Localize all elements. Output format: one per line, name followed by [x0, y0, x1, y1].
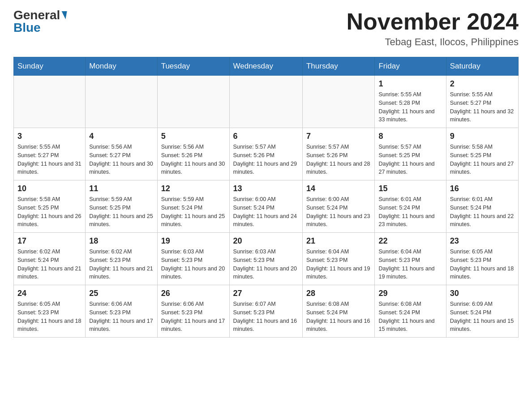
calendar-cell: 29Sunrise: 6:08 AMSunset: 5:24 PMDayligh…: [375, 285, 446, 338]
week-row-5: 24Sunrise: 6:05 AMSunset: 5:23 PMDayligh…: [14, 285, 519, 338]
day-info: Sunrise: 6:00 AMSunset: 5:24 PMDaylight:…: [306, 195, 371, 229]
column-header-thursday: Thursday: [302, 57, 375, 76]
day-number: 9: [450, 132, 515, 141]
logo-blue-text: Blue: [13, 21, 41, 34]
day-number: 8: [378, 132, 442, 141]
calendar-cell: 8Sunrise: 5:57 AMSunset: 5:25 PMDaylight…: [375, 128, 446, 180]
calendar-cell: 5Sunrise: 5:56 AMSunset: 5:26 PMDaylight…: [157, 128, 229, 180]
calendar-cell: 15Sunrise: 6:01 AMSunset: 5:24 PMDayligh…: [375, 180, 446, 233]
day-info: Sunrise: 6:02 AMSunset: 5:24 PMDaylight:…: [17, 248, 82, 281]
day-info: Sunrise: 5:59 AMSunset: 5:24 PMDaylight:…: [161, 195, 226, 229]
day-info: Sunrise: 5:57 AMSunset: 5:26 PMDaylight:…: [233, 143, 299, 176]
calendar-cell: 28Sunrise: 6:08 AMSunset: 5:24 PMDayligh…: [302, 285, 375, 338]
calendar-cell: [229, 76, 302, 128]
calendar-cell: 26Sunrise: 6:06 AMSunset: 5:23 PMDayligh…: [157, 285, 229, 338]
day-number: 12: [161, 184, 226, 193]
title-section: November 2024 Tebag East, Ilocos, Philip…: [347, 9, 519, 48]
day-number: 4: [89, 132, 153, 141]
day-number: 18: [89, 236, 153, 246]
day-number: 15: [378, 184, 442, 193]
calendar-cell: 18Sunrise: 6:02 AMSunset: 5:23 PMDayligh…: [86, 233, 157, 285]
column-header-sunday: Sunday: [14, 57, 86, 76]
logo-general-text: General: [13, 9, 66, 21]
day-info: Sunrise: 5:55 AMSunset: 5:27 PMDaylight:…: [17, 143, 82, 176]
day-number: 13: [233, 184, 299, 193]
calendar-cell: 17Sunrise: 6:02 AMSunset: 5:24 PMDayligh…: [14, 233, 86, 285]
day-info: Sunrise: 6:09 AMSunset: 5:24 PMDaylight:…: [450, 300, 515, 334]
day-number: 27: [233, 289, 299, 298]
day-info: Sunrise: 5:56 AMSunset: 5:26 PMDaylight:…: [161, 143, 226, 176]
calendar-cell: [14, 76, 86, 128]
day-number: 6: [233, 132, 299, 141]
column-header-tuesday: Tuesday: [157, 57, 229, 76]
week-row-3: 10Sunrise: 5:58 AMSunset: 5:25 PMDayligh…: [14, 180, 519, 233]
day-info: Sunrise: 5:55 AMSunset: 5:28 PMDaylight:…: [378, 90, 442, 124]
day-info: Sunrise: 6:01 AMSunset: 5:24 PMDaylight:…: [378, 195, 442, 229]
calendar-cell: 14Sunrise: 6:00 AMSunset: 5:24 PMDayligh…: [302, 180, 375, 233]
day-info: Sunrise: 5:58 AMSunset: 5:25 PMDaylight:…: [450, 143, 515, 176]
day-info: Sunrise: 5:59 AMSunset: 5:25 PMDaylight:…: [89, 195, 153, 229]
calendar-cell: 21Sunrise: 6:04 AMSunset: 5:23 PMDayligh…: [302, 233, 375, 285]
day-number: 16: [450, 184, 515, 193]
location-subtitle: Tebag East, Ilocos, Philippines: [347, 36, 519, 48]
calendar-cell: [86, 76, 157, 128]
day-number: 11: [89, 184, 153, 193]
day-info: Sunrise: 6:06 AMSunset: 5:23 PMDaylight:…: [89, 300, 153, 334]
day-number: 14: [306, 184, 371, 193]
calendar-cell: 16Sunrise: 6:01 AMSunset: 5:24 PMDayligh…: [446, 180, 518, 233]
calendar-cell: 27Sunrise: 6:07 AMSunset: 5:23 PMDayligh…: [229, 285, 302, 338]
calendar-cell: 30Sunrise: 6:09 AMSunset: 5:24 PMDayligh…: [446, 285, 518, 338]
day-info: Sunrise: 6:07 AMSunset: 5:23 PMDaylight:…: [233, 300, 299, 334]
calendar-cell: 25Sunrise: 6:06 AMSunset: 5:23 PMDayligh…: [86, 285, 157, 338]
day-info: Sunrise: 5:56 AMSunset: 5:27 PMDaylight:…: [89, 143, 153, 176]
day-info: Sunrise: 6:01 AMSunset: 5:24 PMDaylight:…: [450, 195, 515, 229]
day-number: 10: [17, 184, 82, 193]
day-number: 28: [306, 289, 371, 298]
day-number: 29: [378, 289, 442, 298]
day-number: 21: [306, 236, 371, 246]
page-header: General Blue November 2024 Tebag East, I…: [13, 9, 519, 48]
calendar-cell: 13Sunrise: 6:00 AMSunset: 5:24 PMDayligh…: [229, 180, 302, 233]
week-row-4: 17Sunrise: 6:02 AMSunset: 5:24 PMDayligh…: [14, 233, 519, 285]
day-number: 7: [306, 132, 371, 141]
calendar-cell: [302, 76, 375, 128]
calendar-cell: 3Sunrise: 5:55 AMSunset: 5:27 PMDaylight…: [14, 128, 86, 180]
day-info: Sunrise: 6:00 AMSunset: 5:24 PMDaylight:…: [233, 195, 299, 229]
calendar-cell: 23Sunrise: 6:05 AMSunset: 5:23 PMDayligh…: [446, 233, 518, 285]
calendar-cell: 12Sunrise: 5:59 AMSunset: 5:24 PMDayligh…: [157, 180, 229, 233]
day-number: 20: [233, 236, 299, 246]
column-header-friday: Friday: [375, 57, 446, 76]
day-number: 5: [161, 132, 226, 141]
day-info: Sunrise: 6:02 AMSunset: 5:23 PMDaylight:…: [89, 248, 153, 281]
day-info: Sunrise: 5:57 AMSunset: 5:25 PMDaylight:…: [378, 143, 442, 176]
day-info: Sunrise: 6:08 AMSunset: 5:24 PMDaylight:…: [306, 300, 371, 334]
calendar-header-row: SundayMondayTuesdayWednesdayThursdayFrid…: [14, 57, 519, 76]
day-info: Sunrise: 6:06 AMSunset: 5:23 PMDaylight:…: [161, 300, 226, 334]
day-info: Sunrise: 6:03 AMSunset: 5:23 PMDaylight:…: [233, 248, 299, 281]
day-info: Sunrise: 6:08 AMSunset: 5:24 PMDaylight:…: [378, 300, 442, 334]
calendar-cell: 1Sunrise: 5:55 AMSunset: 5:28 PMDaylight…: [375, 76, 446, 128]
calendar-cell: 11Sunrise: 5:59 AMSunset: 5:25 PMDayligh…: [86, 180, 157, 233]
day-info: Sunrise: 5:58 AMSunset: 5:25 PMDaylight:…: [17, 195, 82, 229]
calendar-cell: 9Sunrise: 5:58 AMSunset: 5:25 PMDaylight…: [446, 128, 518, 180]
calendar-cell: 20Sunrise: 6:03 AMSunset: 5:23 PMDayligh…: [229, 233, 302, 285]
month-title: November 2024: [347, 9, 519, 34]
day-number: 24: [17, 289, 82, 298]
day-number: 23: [450, 236, 515, 246]
calendar-cell: 2Sunrise: 5:55 AMSunset: 5:27 PMDaylight…: [446, 76, 518, 128]
day-number: 2: [450, 79, 515, 89]
week-row-1: 1Sunrise: 5:55 AMSunset: 5:28 PMDaylight…: [14, 76, 519, 128]
day-info: Sunrise: 6:04 AMSunset: 5:23 PMDaylight:…: [306, 248, 371, 281]
day-number: 25: [89, 289, 153, 298]
day-number: 3: [17, 132, 82, 141]
day-info: Sunrise: 6:04 AMSunset: 5:23 PMDaylight:…: [378, 248, 442, 281]
logo: General Blue: [13, 9, 66, 34]
day-info: Sunrise: 6:05 AMSunset: 5:23 PMDaylight:…: [17, 300, 82, 334]
day-number: 30: [450, 289, 515, 298]
day-number: 22: [378, 236, 442, 246]
day-number: 17: [17, 236, 82, 246]
calendar-cell: 7Sunrise: 5:57 AMSunset: 5:26 PMDaylight…: [302, 128, 375, 180]
column-header-monday: Monday: [86, 57, 157, 76]
calendar-cell: 24Sunrise: 6:05 AMSunset: 5:23 PMDayligh…: [14, 285, 86, 338]
day-info: Sunrise: 5:57 AMSunset: 5:26 PMDaylight:…: [306, 143, 371, 176]
